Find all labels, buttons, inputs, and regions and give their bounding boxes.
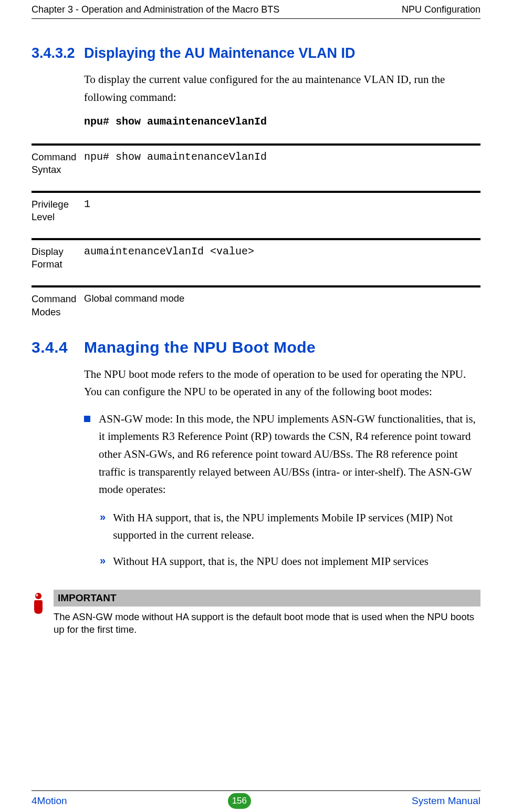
param-label: Command Syntax	[32, 151, 84, 176]
page-header: Chapter 3 - Operation and Administration…	[32, 0, 480, 19]
section-number-34-3-2: 3.4.3.2	[32, 45, 84, 61]
param-value: 1	[84, 198, 480, 223]
sub-bullet-text-no-ha: Without HA support, that is, the NPU doe…	[113, 553, 480, 571]
important-note: IMPORTANT The ASN-GW mode without HA sup…	[32, 590, 480, 639]
header-left: Chapter 3 - Operation and Administration…	[32, 4, 279, 15]
param-table: Command Syntax npu# show aumaintenanceVl…	[32, 143, 480, 327]
list-item: » Without HA support, that is, the NPU d…	[100, 553, 480, 571]
square-bullet-icon	[84, 416, 90, 422]
section-number-3-4-4: 3.4.4	[32, 338, 84, 356]
param-label: Privilege Level	[32, 198, 84, 223]
header-right: NPU Configuration	[402, 4, 480, 15]
bullet-text-asn-gw: ASN-GW mode: In this mode, the NPU imple…	[99, 410, 480, 499]
section2-intro-text: The NPU boot mode refers to the mode of …	[84, 366, 480, 401]
list-item: » With HA support, that is, the NPU impl…	[100, 509, 480, 544]
param-row-privilege-level: Privilege Level 1	[32, 191, 480, 238]
param-row-command-syntax: Command Syntax npu# show aumaintenanceVl…	[32, 143, 480, 191]
svg-point-0	[35, 593, 41, 599]
section-title-npu-boot-mode: Managing the NPU Boot Mode	[84, 338, 480, 356]
section-intro-text: To display the current value configured …	[84, 71, 480, 106]
param-value: npu# show aumaintenanceVlanId	[84, 151, 480, 176]
important-icon	[32, 593, 47, 614]
param-value: Global command mode	[84, 293, 480, 318]
page-number-badge: 156	[228, 793, 251, 809]
important-label: IMPORTANT	[54, 590, 480, 607]
footer-right: System Manual	[412, 795, 480, 807]
command-literal: npu# show aumaintenanceVlanId	[84, 116, 480, 128]
page-footer: 4Motion 156 System Manual	[32, 790, 480, 809]
bullet-list: ASN-GW mode: In this mode, the NPU imple…	[84, 410, 480, 571]
param-row-command-modes: Command Modes Global command mode	[32, 285, 480, 327]
param-label: Display Format	[32, 245, 84, 271]
param-value: aumaintenanceVlanId <value>	[84, 245, 480, 271]
param-row-display-format: Display Format aumaintenanceVlanId <valu…	[32, 238, 480, 285]
footer-left: 4Motion	[32, 795, 67, 807]
list-item: ASN-GW mode: In this mode, the NPU imple…	[84, 410, 480, 499]
important-text: The ASN-GW mode without HA support is th…	[54, 607, 480, 639]
sub-bullet-text-ha-support: With HA support, that is, the NPU implem…	[113, 509, 480, 544]
param-label: Command Modes	[32, 293, 84, 318]
chevron-right-icon: »	[100, 554, 106, 571]
chevron-right-icon: »	[100, 511, 106, 544]
svg-point-1	[36, 594, 38, 596]
section-title-display-au-vlan: Displaying the AU Maintenance VLAN ID	[84, 45, 480, 61]
